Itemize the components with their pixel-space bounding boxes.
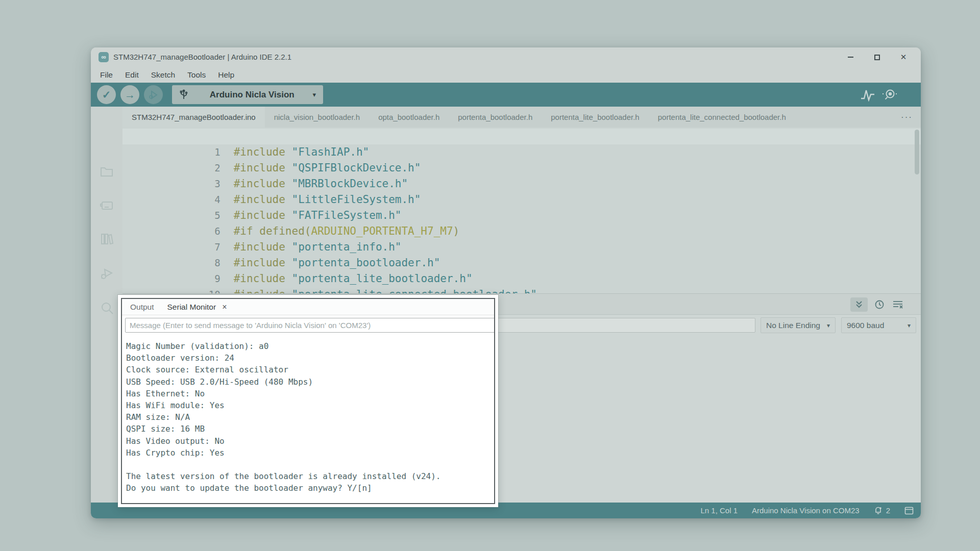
tab-label: portenta_lite_connected_bootloader.h (658, 113, 786, 121)
code-text: #include "MBRBlockDevice.h" (234, 178, 408, 190)
line-number: 3 (200, 176, 234, 192)
serial-monitor-button[interactable] (881, 87, 899, 103)
baud-rate-dropdown[interactable]: 9600 baud ▾ (841, 317, 916, 333)
line-number: 7 (200, 239, 234, 255)
editor-tab-bar: STM32H747_manageBootloader.inonicla_visi… (122, 107, 921, 128)
code-text: #include "portenta_lite_bootloader.h" (234, 272, 473, 285)
notifications[interactable]: 2 (874, 506, 890, 515)
tab-output[interactable]: Output (130, 303, 154, 312)
board-port-status[interactable]: Arduino Nicla Vision on COM23 (752, 506, 860, 515)
code-text: #include "portenta_bootloader.h" (234, 257, 440, 269)
search-icon (100, 301, 114, 315)
serial-plotter-button[interactable] (859, 87, 877, 103)
tab-overflow-button[interactable]: ··· (901, 107, 913, 128)
upload-button[interactable]: → (120, 85, 139, 104)
line-number: 8 (200, 255, 234, 271)
chevron-down-icon: ▾ (827, 322, 830, 329)
editor-tab[interactable]: STM32H747_manageBootloader.ino (122, 107, 265, 128)
line-number: 5 (200, 208, 234, 223)
menu-bar: FileEditSketchToolsHelp (91, 67, 921, 83)
desktop-background: ∞ STM32H747_manageBootloader | Arduino I… (0, 0, 980, 551)
code-text: #include "FATFileSystem.h" (234, 209, 402, 221)
board-selector-label: Arduino Nicla Vision (195, 90, 308, 100)
maximize-button[interactable] (864, 47, 890, 67)
menu-item[interactable]: Help (212, 67, 240, 83)
message-input-row (122, 315, 494, 337)
debug-play-icon (100, 266, 114, 281)
serial-output-area[interactable]: Magic Number (validation): a0 Bootloader… (122, 337, 494, 503)
line-number: 2 (200, 160, 234, 176)
line-number: 9 (200, 271, 234, 287)
layout-panel-icon (904, 507, 914, 515)
arduino-logo-icon: ∞ (99, 52, 109, 62)
line-ending-dropdown[interactable]: No Line Ending ▾ (761, 317, 836, 333)
line-number: 1 (200, 144, 234, 160)
board-selector-dropdown[interactable]: Arduino Nicla Vision ▾ (172, 85, 323, 104)
verify-button[interactable]: ✓ (97, 85, 116, 104)
minimize-icon (848, 57, 853, 58)
menu-item[interactable]: Sketch (145, 67, 181, 83)
check-icon: ✓ (102, 89, 111, 101)
title-bar: ∞ STM32H747_manageBootloader | Arduino I… (91, 47, 921, 67)
books-icon (100, 232, 114, 246)
toggle-panel-button[interactable] (904, 507, 914, 515)
window-controls: ✕ (837, 47, 917, 67)
tab-label: nicla_vision_bootloader.h (274, 113, 360, 121)
editor-tab[interactable]: nicla_vision_bootloader.h (265, 107, 369, 128)
editor-tab[interactable]: opta_bootloader.h (369, 107, 449, 128)
clear-output-button[interactable] (889, 297, 906, 312)
sidebar-item-sketchbook[interactable] (100, 164, 114, 179)
close-tab-icon[interactable]: × (222, 303, 227, 312)
editor-scrollbar[interactable] (914, 129, 920, 292)
editor-tab[interactable]: portenta_lite_connected_bootloader.h (649, 107, 795, 128)
tab-label: portenta_bootloader.h (458, 113, 532, 121)
double-chevron-down-icon (854, 300, 864, 309)
line-number: 4 (200, 192, 234, 208)
menu-item[interactable]: File (94, 67, 119, 83)
code-text: #if defined(ARDUINO_PORTENTA_H7_M7) (234, 225, 460, 237)
serial-monitor-highlight-frame: Output Serial Monitor × Magic Number (va… (118, 295, 498, 507)
sidebar-item-library-manager[interactable] (100, 232, 114, 246)
notification-count: 2 (886, 506, 890, 515)
waveform-icon (860, 88, 875, 102)
tab-label: STM32H747_manageBootloader.ino (132, 113, 256, 121)
close-button[interactable]: ✕ (890, 47, 917, 67)
baud-rate-value: 9600 baud (847, 321, 908, 330)
clock-icon (874, 299, 885, 310)
line-ending-value: No Line Ending (766, 321, 827, 330)
code-text: #include "FlashIAP.h" (234, 146, 370, 158)
chevron-down-icon: ▾ (312, 91, 316, 98)
magnifier-dot-icon (881, 88, 899, 102)
debug-icon (149, 90, 159, 100)
arrow-right-icon: → (125, 89, 135, 101)
menu-item[interactable]: Tools (181, 67, 212, 83)
panel-tabs: Output Serial Monitor × (122, 299, 494, 315)
sidebar-item-search[interactable] (100, 301, 114, 315)
chevron-down-icon: ▾ (908, 322, 911, 329)
tab-label: opta_bootloader.h (378, 113, 439, 121)
clear-lines-icon (892, 299, 903, 310)
timestamp-toggle-button[interactable] (871, 297, 888, 312)
scroll-to-bottom-button[interactable] (850, 297, 868, 312)
minimize-button[interactable] (837, 47, 864, 67)
board-chip-icon (100, 198, 114, 212)
sidebar-item-boards-manager[interactable] (100, 198, 114, 212)
editor-tab[interactable]: portenta_bootloader.h (449, 107, 542, 128)
bell-icon (874, 506, 883, 515)
code-line: 1#include "FlashIAP.h" (122, 129, 921, 144)
line-number: 6 (200, 223, 234, 239)
editor-tab[interactable]: portenta_lite_bootloader.h (542, 107, 648, 128)
tab-serial-monitor[interactable]: Serial Monitor (167, 303, 216, 312)
folder-icon (100, 164, 114, 179)
code-text: #include "QSPIFBlockDevice.h" (234, 162, 421, 174)
maximize-icon (874, 55, 880, 60)
scrollbar-thumb[interactable] (915, 130, 919, 174)
window-title: STM32H747_manageBootloader | Arduino IDE… (113, 47, 291, 67)
tab-label: portenta_lite_bootloader.h (551, 113, 639, 121)
menu-item[interactable]: Edit (119, 67, 145, 83)
message-input[interactable] (125, 318, 495, 333)
cursor-position: Ln 1, Col 1 (700, 506, 738, 515)
debug-button[interactable] (144, 85, 163, 104)
sidebar-item-debugger[interactable] (100, 266, 114, 281)
toolbar: ✓ → Arduino Nicla Vision ▾ (91, 83, 921, 107)
